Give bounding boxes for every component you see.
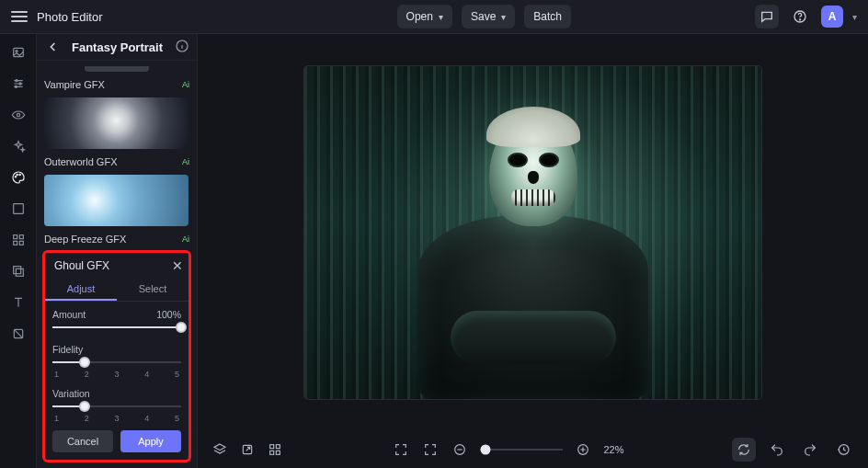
svg-point-3 (16, 51, 17, 52)
ai-tag: Ai (182, 157, 189, 166)
actual-size-icon[interactable] (421, 440, 440, 459)
svg-rect-12 (13, 235, 17, 239)
fidelity-label: Fidelity (52, 344, 83, 355)
eye-tool-icon[interactable] (9, 106, 28, 124)
info-icon[interactable] (175, 39, 189, 56)
canvas-image[interactable] (304, 66, 761, 399)
svg-rect-11 (13, 204, 23, 214)
open-button[interactable]: Open▾ (397, 5, 452, 29)
chevron-down-icon: ▾ (501, 12, 506, 22)
chat-icon[interactable] (755, 5, 779, 29)
chevron-down-icon: ▾ (439, 12, 443, 22)
ai-tag: Ai (182, 234, 189, 244)
erase-tool-icon[interactable] (9, 325, 28, 343)
elements-tool-icon[interactable] (9, 231, 28, 249)
export-icon[interactable] (238, 440, 257, 459)
preset-thumb[interactable] (44, 97, 188, 149)
variation-ticks: 12345 (52, 414, 181, 423)
preset-item[interactable]: Vampire GFX Ai (44, 77, 189, 92)
effects-panel: Fantasy Portrait Vampire GFX Ai Outerwor… (37, 34, 198, 468)
svg-point-10 (19, 174, 20, 175)
batch-button[interactable]: Batch (524, 5, 571, 29)
image-tool-icon[interactable] (9, 43, 28, 62)
close-icon[interactable]: ✕ (172, 258, 183, 273)
svg-rect-15 (19, 241, 23, 245)
zoom-slider[interactable] (480, 442, 563, 457)
svg-point-7 (17, 113, 19, 116)
svg-rect-21 (270, 445, 274, 449)
svg-rect-23 (270, 451, 274, 454)
preset-item[interactable]: Deep Freeze GFX Ai (44, 232, 189, 246)
preset-label: Outerworld GFX (44, 156, 177, 167)
tool-rail (0, 34, 37, 468)
svg-rect-2 (13, 48, 23, 56)
variation-label: Variation (52, 388, 90, 399)
svg-point-6 (15, 86, 17, 87)
palette-tool-icon[interactable] (9, 168, 28, 187)
svg-rect-22 (276, 445, 280, 449)
redo-icon[interactable] (798, 438, 822, 462)
active-effect-card: Ghoul GFX ✕ Adjust Select Amount 100% (42, 250, 191, 462)
canvas-area: 22% (198, 34, 868, 468)
svg-point-5 (18, 83, 20, 85)
apply-button[interactable]: Apply (120, 430, 181, 452)
crop-tool-icon[interactable] (9, 200, 28, 218)
amount-label: Amount (52, 309, 86, 320)
zoom-in-icon[interactable] (574, 440, 592, 459)
sliders-tool-icon[interactable] (9, 74, 28, 93)
ai-tag: Ai (182, 80, 189, 89)
svg-rect-13 (19, 235, 23, 239)
variation-slider[interactable] (52, 399, 181, 414)
fidelity-slider[interactable] (52, 355, 181, 370)
app-title: Photo Editor (37, 10, 103, 24)
zoom-label: 22% (603, 444, 623, 455)
preset-thumb-partial (44, 66, 189, 72)
svg-point-4 (15, 80, 17, 82)
back-arrow-icon[interactable] (44, 38, 63, 56)
svg-rect-24 (276, 451, 280, 454)
zoom-out-icon[interactable] (451, 440, 469, 459)
bottom-toolbar: 22% (198, 431, 868, 468)
fidelity-ticks: 12345 (52, 370, 181, 379)
svg-rect-17 (16, 268, 23, 276)
active-effect-title: Ghoul GFX (51, 259, 172, 272)
history-icon[interactable] (831, 438, 855, 462)
avatar[interactable]: A (821, 6, 843, 28)
undo-icon[interactable] (765, 438, 789, 462)
chevron-down-icon[interactable]: ▾ (852, 12, 857, 22)
cancel-button[interactable]: Cancel (52, 430, 113, 452)
menu-icon[interactable] (11, 8, 28, 25)
svg-point-9 (17, 174, 17, 175)
layers-icon[interactable] (211, 440, 229, 459)
save-button[interactable]: Save▾ (462, 5, 515, 29)
preset-thumb[interactable] (44, 175, 188, 226)
svg-point-1 (799, 19, 800, 20)
svg-point-8 (15, 177, 16, 177)
fit-screen-icon[interactable] (392, 440, 410, 459)
tab-adjust[interactable]: Adjust (45, 279, 117, 301)
refresh-icon[interactable] (732, 438, 756, 462)
amount-value: 100% (156, 309, 181, 320)
ghoul-figure (405, 114, 662, 399)
preset-label: Deep Freeze GFX (44, 234, 177, 245)
topbar: Photo Editor Open▾ Save▾ Batch A ▾ (0, 0, 868, 34)
help-icon[interactable] (788, 5, 812, 29)
overlay-tool-icon[interactable] (9, 262, 28, 280)
tab-select[interactable]: Select (117, 279, 188, 301)
panel-title: Fantasy Portrait (72, 40, 166, 54)
grid-icon[interactable] (266, 440, 284, 459)
svg-rect-14 (13, 241, 17, 245)
preset-label: Vampire GFX (44, 79, 177, 90)
sparkle-tool-icon[interactable] (9, 137, 28, 155)
amount-slider[interactable] (52, 320, 181, 335)
preset-item[interactable]: Outerworld GFX Ai (44, 154, 189, 169)
effect-tabs: Adjust Select (45, 279, 188, 302)
text-tool-icon[interactable] (9, 293, 28, 312)
svg-rect-16 (13, 267, 20, 274)
